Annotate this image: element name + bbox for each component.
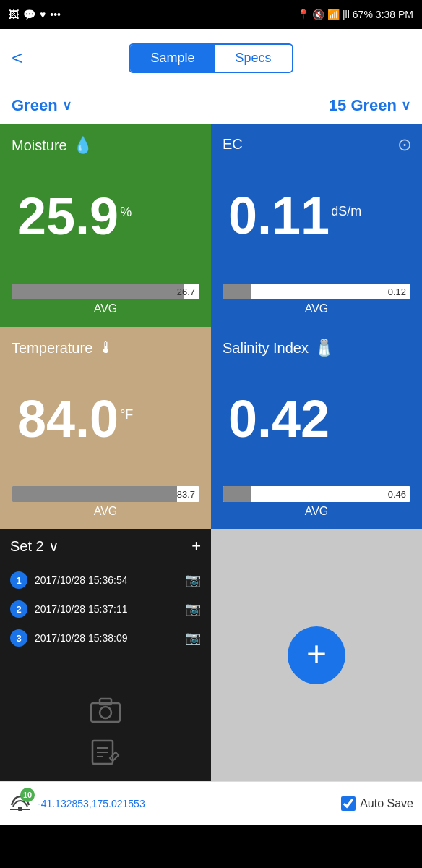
moisture-avg-value: 26.7	[177, 286, 195, 297]
add-reading-button[interactable]: +	[288, 626, 345, 684]
moisture-cell: Moisture 💧 25.9% 26.7 AVG	[0, 124, 211, 327]
reading-timestamp-1: 2017/10/28 15:36:54	[35, 574, 178, 586]
tab-specs[interactable]: Specs	[215, 45, 292, 72]
temperature-cell: Temperature 🌡 84.0°F 83.7 AVG	[0, 327, 211, 529]
set-dropdown[interactable]: Set 2 ∨	[10, 537, 59, 555]
add-plus-icon: +	[306, 637, 327, 671]
back-button[interactable]: <	[12, 47, 22, 69]
mute-icon: 🔇	[312, 9, 324, 20]
temperature-avg-label: AVG	[12, 505, 199, 518]
left-panel: Set 2 ∨ + 1 2017/10/28 15:36:54 📷 2 2017…	[0, 529, 211, 781]
bottom-section: Set 2 ∨ + 1 2017/10/28 15:36:54 📷 2 2017…	[0, 529, 422, 781]
wifi-icon: 📶	[327, 9, 340, 20]
right-panel: +	[211, 529, 422, 781]
tab-group: Sample Specs	[129, 43, 293, 73]
salinity-icon: 🧂	[314, 339, 334, 357]
svg-point-1	[100, 707, 111, 718]
ec-avg-value: 0.12	[388, 286, 406, 297]
reading-item: 3 2017/10/28 15:38:09 📷	[0, 624, 211, 652]
status-bar-right: 📍 🔇 📶 |ll 67% 3:38 PM	[297, 9, 413, 20]
time-display: 3:38 PM	[376, 9, 413, 20]
ec-avg-bar: 0.12 AVG	[223, 284, 410, 315]
temperature-avg-bar: 83.7 AVG	[12, 486, 199, 518]
chat-icon: 💬	[23, 9, 35, 20]
moisture-unit: %	[120, 205, 132, 219]
ec-cell: EC ⊙ 0.11dS/m 0.12 AVG	[211, 124, 422, 327]
reading-list: 1 2017/10/28 15:36:54 📷 2 2017/10/28 15:…	[0, 563, 211, 683]
green-dropdown[interactable]: Green ∨	[12, 96, 72, 115]
15green-dropdown[interactable]: 15 Green ∨	[329, 96, 410, 115]
green-chevron-icon: ∨	[62, 98, 72, 114]
reading-camera-3[interactable]: 📷	[185, 630, 201, 646]
moisture-value: 25.9%	[17, 190, 132, 242]
footer-left: 10 -41.132853,175.021553	[9, 791, 145, 817]
reading-camera-2[interactable]: 📷	[185, 601, 201, 617]
reading-number-1: 1	[10, 571, 27, 589]
reading-number-3: 3	[10, 629, 27, 647]
status-bar: 🖼 💬 ♥ ••• 📍 🔇 📶 |ll 67% 3:38 PM	[0, 0, 422, 29]
camera-large-button[interactable]	[0, 683, 211, 731]
set-label: Set 2	[10, 538, 44, 555]
salinity-label: Salinity Index 🧂	[223, 339, 410, 357]
more-icon: •••	[50, 9, 61, 20]
ec-value-container: 0.11dS/m	[223, 153, 410, 278]
salinity-avg-value: 0.46	[388, 489, 406, 500]
temperature-unit: °F	[120, 407, 133, 422]
temperature-avg-value: 83.7	[177, 489, 195, 500]
edit-button[interactable]	[0, 731, 211, 781]
ec-avg-label: AVG	[223, 302, 410, 315]
salinity-value-container: 0.42	[223, 357, 410, 480]
dropdowns-row: Green ∨ 15 Green ∨	[0, 87, 422, 124]
signal-bars-icon: |ll	[343, 9, 350, 20]
ec-icon: ⊙	[397, 135, 412, 155]
heart-icon: ♥	[40, 9, 46, 20]
coordinates-display: -41.132853,175.021553	[38, 798, 145, 809]
salinity-avg-label: AVG	[223, 505, 410, 518]
temperature-label: Temperature 🌡	[12, 339, 199, 357]
ec-label: EC	[223, 136, 410, 153]
temperature-value-container: 84.0°F	[12, 357, 199, 480]
15green-chevron-icon: ∨	[401, 98, 410, 114]
location-icon: 📍	[297, 9, 309, 20]
footer-right: Auto Save	[341, 796, 413, 811]
green-label: Green	[12, 96, 58, 115]
salinity-cell: Salinity Index 🧂 0.42 0.46 AVG	[211, 327, 422, 529]
salinity-avg-bar: 0.46 AVG	[223, 486, 410, 518]
battery-percent: 67%	[353, 9, 373, 20]
temperature-icon: 🌡	[98, 339, 114, 357]
set-add-button[interactable]: +	[191, 537, 201, 556]
reading-camera-1[interactable]: 📷	[185, 572, 201, 588]
status-bar-left: 🖼 💬 ♥ •••	[9, 9, 61, 20]
notification-badge: 10	[20, 788, 35, 802]
header: < Sample Specs	[0, 29, 422, 87]
reading-timestamp-2: 2017/10/28 15:37:11	[35, 603, 178, 615]
set-chevron-icon: ∨	[48, 537, 59, 555]
15green-label: 15 Green	[329, 96, 397, 115]
moisture-value-container: 25.9%	[12, 155, 199, 278]
tab-sample[interactable]: Sample	[130, 45, 215, 72]
moisture-icon: 💧	[73, 136, 92, 155]
reading-number-2: 2	[10, 600, 27, 618]
auto-save-checkbox[interactable]	[341, 796, 356, 811]
temperature-value: 84.0°F	[17, 393, 133, 445]
moisture-label: Moisture 💧	[12, 136, 199, 155]
svg-rect-2	[100, 699, 111, 705]
ec-unit: dS/m	[331, 204, 361, 218]
metrics-grid: Moisture 💧 25.9% 26.7 AVG EC ⊙ 0.11dS/m	[0, 124, 422, 529]
footer: 10 -41.132853,175.021553 Auto Save	[0, 781, 422, 825]
signal-icon-container: 10	[9, 791, 32, 817]
auto-save-label: Auto Save	[360, 797, 413, 810]
reading-item: 1 2017/10/28 15:36:54 📷	[0, 566, 211, 595]
set-header: Set 2 ∨ +	[0, 529, 211, 563]
reading-item: 2 2017/10/28 15:37:11 📷	[0, 595, 211, 624]
salinity-value: 0.42	[228, 393, 330, 445]
image-icon: 🖼	[9, 9, 19, 20]
moisture-avg-label: AVG	[12, 302, 199, 315]
reading-timestamp-3: 2017/10/28 15:38:09	[35, 632, 178, 644]
moisture-avg-bar: 26.7 AVG	[12, 284, 199, 315]
ec-value: 0.11dS/m	[228, 190, 361, 242]
